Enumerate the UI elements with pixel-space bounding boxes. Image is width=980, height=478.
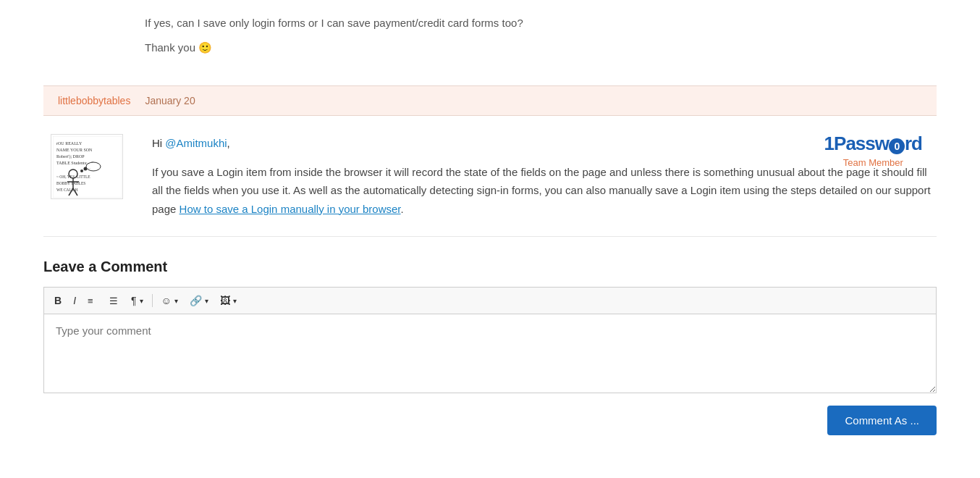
section-username: littlebobbytables bbox=[58, 95, 130, 106]
svg-text:NAME YOUR SON: NAME YOUR SON bbox=[56, 148, 93, 152]
comment-textarea[interactable] bbox=[43, 314, 937, 393]
italic-button[interactable]: I bbox=[69, 292, 80, 309]
reply-body: If you save a Login item from inside the… bbox=[152, 163, 937, 219]
team-member-label: Team Member bbox=[824, 157, 922, 168]
key-circle: 0 bbox=[889, 138, 905, 154]
ordered-list-icon: ≡ bbox=[88, 295, 98, 306]
svg-text:☰: ☰ bbox=[109, 295, 118, 306]
reply-section: rOU REALLY NAME YOUR SON Robert'); DROP … bbox=[43, 116, 937, 237]
avatar-image: rOU REALLY NAME YOUR SON Robert'); DROP … bbox=[53, 136, 122, 198]
team-badge: 1Passw0rd Team Member bbox=[824, 134, 922, 168]
link-button[interactable]: 🔗 ▾ bbox=[185, 292, 213, 309]
svg-text:rOU REALLY: rOU REALLY bbox=[56, 141, 83, 146]
image-button[interactable]: 🖼 ▾ bbox=[216, 292, 241, 309]
avatar-col: rOU REALLY NAME YOUR SON Robert'); DROP … bbox=[43, 134, 130, 218]
prev-message-line1: If yes, can I save only login forms or I… bbox=[145, 14, 937, 32]
comment-section: Leave a Comment B I ≡ ☰ ¶ ▾ ☺ ▾ 🔗 ▾ 🖼 ▾ bbox=[43, 237, 937, 457]
prev-message-section: If yes, can I save only login forms or I… bbox=[145, 0, 937, 85]
section-date: January 20 bbox=[145, 95, 195, 106]
toolbar-separator-1 bbox=[152, 294, 153, 307]
reply-content: Hi @Amitmukhi, If you save a Login item … bbox=[152, 134, 937, 218]
comment-footer: Comment As ... bbox=[43, 406, 937, 435]
brand-logo: 1Passw0rd bbox=[824, 134, 922, 154]
comment-toolbar: B I ≡ ☰ ¶ ▾ ☺ ▾ 🔗 ▾ 🖼 ▾ bbox=[43, 287, 937, 314]
svg-point-10 bbox=[80, 169, 83, 172]
unordered-list-button[interactable]: ☰ bbox=[105, 293, 124, 309]
support-link[interactable]: How to save a Login manually in your bro… bbox=[179, 203, 401, 215]
svg-text:...: ... bbox=[88, 166, 90, 169]
reply-greeting: Hi @Amitmukhi, bbox=[152, 134, 937, 153]
mention-link[interactable]: @Amitmukhi bbox=[165, 137, 227, 149]
comment-as-button[interactable]: Comment As ... bbox=[827, 406, 937, 435]
ordered-list-button[interactable]: ≡ bbox=[83, 293, 102, 309]
unordered-list-icon: ☰ bbox=[109, 295, 119, 306]
emoji-button[interactable]: ☺ ▾ bbox=[157, 292, 182, 309]
avatar: rOU REALLY NAME YOUR SON Robert'); DROP … bbox=[51, 134, 123, 199]
paragraph-button[interactable]: ¶ ▾ bbox=[127, 292, 148, 309]
svg-text:Robert'); DROP: Robert'); DROP bbox=[56, 154, 85, 159]
comment-heading: Leave a Comment bbox=[43, 259, 937, 275]
section-header: littlebobbytables January 20 bbox=[43, 85, 937, 116]
bold-button[interactable]: B bbox=[50, 292, 66, 309]
svg-text:WE CALL H: WE CALL H bbox=[56, 188, 77, 192]
svg-text:~ OH, YES. LITTLE: ~ OH, YES. LITTLE bbox=[56, 175, 90, 179]
svg-text:≡: ≡ bbox=[88, 295, 93, 306]
prev-message-line2: Thank you 🙂 bbox=[145, 39, 937, 56]
svg-text:BOBBY TABLES: BOBBY TABLES bbox=[56, 181, 85, 185]
